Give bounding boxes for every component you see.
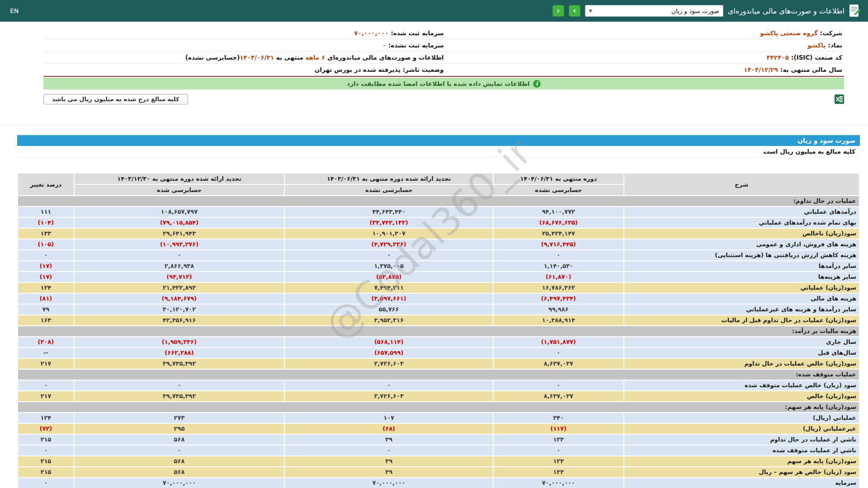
cell-value: ۳۹ bbox=[284, 434, 493, 445]
language-toggle[interactable]: EN bbox=[7, 7, 19, 14]
row-label: ناشي از عملیات متوقف شده bbox=[624, 445, 859, 456]
cell-value: (۵۶۸,۱۱۴) bbox=[284, 337, 493, 347]
table-row: سود(زیان) ناخالص۲۵,۴۲۴,۱۴۷۱۰,۹۰۱,۳۰۷۲۹,۶… bbox=[18, 228, 859, 239]
info-row: شرکت: گروه صنعتی پاکشو سرمایه ثبت شده: ۷… bbox=[43, 27, 844, 39]
publisher-status-value: پذیرفته شده در بورس تهران bbox=[315, 65, 401, 74]
cell-value: ۲۵,۴۲۴,۱۴۷ bbox=[493, 228, 624, 239]
section-header-row: عملیات در حال تداوم: bbox=[18, 196, 859, 206]
col-midyear-audit-status: حسابرسی نشده bbox=[284, 184, 493, 196]
col-restated-annual-header: تجدید ارائه شده دوره منتهی به ۱۴۰۳/۱۲/۳۰ bbox=[74, 173, 285, 184]
cell-value: ۰ bbox=[493, 445, 624, 456]
row-label: درآمدهای عملیاتي bbox=[624, 206, 859, 217]
cell-value: ۱۲۴ bbox=[18, 282, 74, 293]
row-label: هزینه های فروش، اداری و عمومی bbox=[624, 239, 859, 250]
income-statement-section: صورت سود و زیان کلیه مبالغ به میلیون ریا… bbox=[17, 135, 860, 488]
cell-value: ۱۱۱ bbox=[18, 206, 74, 217]
cell-value: ۴۲,۳۵۶,۹۱۶ bbox=[74, 315, 285, 326]
cell-value: ۲۹۵ bbox=[74, 423, 285, 434]
info-row: کد صنعت (ISIC): ۴۴۲۴۰۵ اطلاعات و صورت‌ها… bbox=[43, 52, 844, 64]
period-date: ۱۴۰۴/۰۶/۳۱ bbox=[240, 54, 274, 61]
table-row: ناشي از عملیات متوقف شده۰۰۰۰ bbox=[18, 445, 859, 456]
excel-export-icon[interactable] bbox=[835, 94, 844, 104]
period-months: ۶ ماهه bbox=[305, 54, 325, 61]
cell-value: ۰ bbox=[284, 445, 493, 456]
cell-value: (۱۰۴) bbox=[18, 217, 74, 228]
cell-value: ۰ bbox=[18, 250, 74, 261]
table-row: درآمدهای عملیاتي۹۴,۱۰۰,۷۷۲۴۴,۶۴۳,۴۴۰۱۰۸,… bbox=[18, 206, 859, 217]
cell-value: (۴,۷۲۹,۲۲۶) bbox=[284, 239, 493, 250]
info-icon: i bbox=[533, 80, 541, 88]
section-label: سود(زیان) پایه هر سهم: bbox=[18, 402, 859, 413]
col-restated-midyear-header: تجدید ارائه شده دوره منتهی به ۱۴۰۳/۰۶/۳۱ bbox=[284, 173, 493, 184]
previous-statement-button[interactable]: ‹ bbox=[552, 5, 564, 17]
cell-value: ۵۵,۷۶۶ bbox=[284, 304, 493, 315]
cell-value: ۷۰,۰۰۰,۰۰۰ bbox=[284, 478, 493, 488]
fiscal-year-value: ۱۴۰۴/۱۲/۲۹ bbox=[744, 65, 778, 74]
cell-value: ۰ bbox=[74, 250, 285, 261]
cell-value: (۶۸) bbox=[284, 423, 493, 434]
cell-value: (۵۲,۸۷۵) bbox=[284, 272, 493, 282]
divider bbox=[0, 125, 868, 125]
report-select[interactable]: صورت سود و زیان ▼ bbox=[585, 5, 723, 17]
isic-cell: کد صنعت (ISIC): ۴۴۲۴۰۵ bbox=[444, 53, 843, 62]
income-statement-table: شرح دوره منتهی به ۱۴۰۴/۰۶/۳۱ تجدید ارائه… bbox=[17, 173, 860, 488]
row-label: سرمایه bbox=[624, 478, 859, 488]
cell-value: (۷۲) bbox=[18, 423, 74, 434]
cell-value: ۲۱۷ bbox=[18, 391, 74, 402]
row-label: بهای تمام شده درآمدهای عملیاتي bbox=[624, 217, 859, 228]
section-label: عملیات در حال تداوم: bbox=[18, 196, 859, 206]
row-label: غیرعملیاتي (ریال) bbox=[624, 423, 859, 434]
page-title: اطلاعات و صورت‌های مالی میاندوره‌ای bbox=[728, 7, 844, 15]
registered-capital-cell: سرمایه ثبت شده: ۷۰,۰۰۰,۰۰۰ bbox=[45, 28, 444, 38]
signature-banner: i اطلاعات نمایش داده شده با اطلاعات امضا… bbox=[43, 78, 844, 89]
cell-value: ۰ bbox=[74, 445, 285, 456]
chevron-down-icon: ▼ bbox=[589, 9, 592, 13]
col-current-audit-status: حسابرسی نشده bbox=[493, 184, 624, 196]
table-row: سود(زیان) پایه هر سهم۱۲۳۳۹۵۶۸۲۱۵ bbox=[18, 456, 859, 467]
unregistered-capital-label: سرمایه ثبت نشده: bbox=[388, 41, 444, 50]
fiscal-year-cell: سال مالی منتهی به: ۱۴۰۴/۱۲/۲۹ bbox=[444, 65, 843, 74]
row-label: سود (زیان) خالص هر سهم – ریال bbox=[624, 467, 859, 478]
cell-value: ۴۴,۶۴۳,۴۴۰ bbox=[284, 206, 493, 217]
publisher-status-cell: وضعیت ناشر: پذیرفته شده در بورس تهران bbox=[45, 65, 444, 74]
cell-value: ۰ bbox=[18, 478, 74, 488]
table-body: عملیات در حال تداوم:درآمدهای عملیاتي۹۴,۱… bbox=[18, 196, 859, 488]
row-label: سود(زیان) عملیاتي bbox=[624, 282, 859, 293]
cell-value: ۱۲۳ bbox=[493, 456, 624, 467]
cell-value: (۱۷) bbox=[18, 272, 74, 282]
registered-capital-label: سرمایه ثبت شده: bbox=[391, 28, 443, 38]
table-row: سود(زیان) خالص عملیات در حال تداوم۸,۶۳۷,… bbox=[18, 358, 859, 369]
row-label: سایر هزینه‌ها bbox=[624, 272, 859, 282]
cell-value: (۹,۷۱۶,۴۴۵) bbox=[493, 239, 624, 250]
table-row: سرمایه۷۰,۰۰۰,۰۰۰۷۰,۰۰۰,۰۰۰۷۰,۰۰۰,۰۰۰۰ bbox=[18, 478, 859, 488]
fiscal-period-cell: اطلاعات و صورت‌های مالی میاندوره‌ای ۶ ما… bbox=[45, 53, 444, 62]
cell-value: ۲۱۵ bbox=[18, 467, 74, 478]
cell-value: (۸۱) bbox=[18, 293, 74, 304]
cell-value: ۰ bbox=[493, 347, 624, 358]
cell-value: (۱,۷۵۱,۸۷۷) bbox=[493, 337, 624, 347]
next-statement-button[interactable]: › bbox=[569, 5, 580, 17]
table-row: سود (زیان) خالص هر سهم – ریال۱۲۳۳۹۵۶۸۲۱۵ bbox=[18, 467, 859, 478]
cell-value: ۲۹,۶۴۱,۹۴۳ bbox=[74, 228, 285, 239]
units-tab[interactable]: کلیه مبالغ درج شده به میلیون ریال می باش… bbox=[43, 94, 188, 104]
table-row: ناشي از عملیات در حال تداوم۱۲۳۳۹۵۶۸۲۱۵ bbox=[18, 434, 859, 445]
cell-value: (۶۱,۸۷۰) bbox=[493, 272, 624, 282]
table-row: سایر درآمدها۱,۱۴۰,۵۳۰۱,۳۷۵,۰۰۵۲,۸۶۶,۹۳۸(… bbox=[18, 261, 859, 272]
cell-value: ۲,۷۲۶,۶۰۳ bbox=[284, 391, 493, 402]
cell-value: (۱,۹۵۹,۲۳۶) bbox=[74, 337, 285, 347]
cell-value: ۷۰,۰۰۰,۰۰۰ bbox=[493, 478, 624, 488]
cell-value: ۰ bbox=[74, 380, 285, 391]
publisher-status-label: وضعیت ناشر: bbox=[403, 65, 444, 74]
section-header-row: هزینه مالیات بر درآمد: bbox=[18, 326, 859, 337]
section-header-row: عملیات متوقف شده: bbox=[18, 369, 859, 380]
units-note: کلیه مبالغ به میلیون ریال است bbox=[17, 146, 860, 157]
cell-value: ۱,۱۴۰,۵۳۰ bbox=[493, 261, 624, 272]
col-annual-audit-status: حسابرسی شده bbox=[74, 184, 285, 196]
signature-banner-text: اطلاعات نمایش داده شده با اطلاعات امضا ش… bbox=[347, 80, 530, 87]
cell-value: (۶۸,۶۷۶,۶۲۵) bbox=[493, 217, 624, 228]
cell-value: (۶۵۷,۵۹۹) bbox=[284, 347, 493, 358]
period-prefix: اطلاعات و صورت‌های مالی میاندوره‌ای bbox=[325, 54, 443, 61]
col-description-header: شرح bbox=[624, 173, 859, 196]
isic-value: ۴۴۲۴۰۵ bbox=[767, 53, 789, 62]
top-bar: اطلاعات و صورت‌های مالی میاندوره‌ای صورت… bbox=[0, 0, 868, 22]
